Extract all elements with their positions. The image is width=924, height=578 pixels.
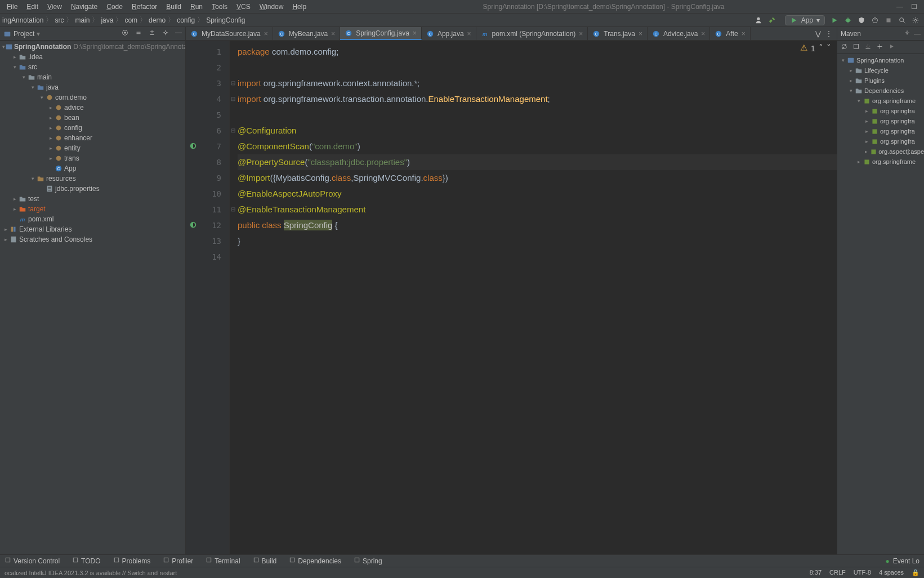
tree-item[interactable]: ▾SpringAnnotation (837, 55, 924, 65)
expand-all-icon[interactable] (135, 29, 142, 38)
tool-version-control[interactable]: Version Control (5, 557, 60, 565)
add-icon[interactable] (876, 43, 883, 52)
run-maven-icon[interactable] (888, 43, 895, 52)
event-log-label[interactable]: Event Lo (893, 557, 919, 565)
tree-item[interactable]: ▸Scratches and Consoles (0, 234, 185, 244)
menu-tools[interactable]: Tools (207, 3, 232, 11)
tree-item[interactable]: ▸org.aspectj:aspe (837, 146, 924, 157)
project-panel-title[interactable]: Project (14, 30, 34, 38)
menu-code[interactable]: Code (102, 3, 127, 11)
hide-panel-icon[interactable]: — (175, 29, 182, 38)
expand-arrow-icon[interactable]: ▸ (863, 108, 870, 114)
indent-setting[interactable]: 4 spaces (879, 569, 904, 576)
line-number[interactable]: 5 (203, 107, 229, 123)
tree-item[interactable]: ▸target (0, 204, 185, 214)
line-number[interactable]: 10 (203, 186, 229, 202)
tab-dropdown-icon[interactable]: ⋁ (815, 30, 821, 38)
tree-item[interactable]: ▸org.springfra (837, 136, 924, 146)
tree-item[interactable]: ▸test (0, 194, 185, 204)
code-line[interactable] (238, 60, 837, 75)
panel-settings-icon[interactable] (162, 29, 169, 38)
fold-icon[interactable]: ⊟ (231, 202, 235, 217)
event-log-icon[interactable]: ● (885, 557, 889, 565)
close-icon[interactable]: × (331, 30, 335, 38)
tree-item[interactable]: ▾main (0, 72, 185, 82)
line-number[interactable]: 8 (203, 154, 229, 170)
breadcrumb-item[interactable]: config (177, 16, 195, 24)
menu-refactor[interactable]: Refactor (127, 3, 162, 11)
chevron-down-icon[interactable]: ▾ (37, 30, 40, 38)
stop-icon[interactable] (885, 16, 892, 24)
statusbar-message[interactable]: ocalized IntelliJ IDEA 2021.3.2 is avail… (5, 570, 810, 576)
profiler-run-icon[interactable] (871, 16, 879, 24)
file-encoding[interactable]: UTF-8 (854, 569, 871, 576)
tab-menu-icon[interactable]: ⋮ (825, 30, 832, 38)
expand-arrow-icon[interactable]: ▸ (2, 226, 9, 232)
line-number[interactable]: 7 (203, 139, 229, 154)
code-line[interactable]: ⊟import org.springframework.transaction.… (238, 91, 837, 107)
tree-item[interactable]: ▸org.springfra (837, 126, 924, 136)
code-line[interactable]: ⊟@Configuration (238, 123, 837, 139)
expand-arrow-icon[interactable]: ▸ (11, 196, 18, 202)
fold-icon[interactable]: ⊟ (231, 75, 235, 91)
tree-item[interactable]: ▾SpringAnnotationD:\Spring\tomcat_demo\S… (0, 42, 185, 52)
run-icon[interactable] (831, 16, 838, 24)
menu-run[interactable]: Run (186, 3, 207, 11)
code-line[interactable]: } (238, 233, 837, 249)
debug-icon[interactable] (844, 16, 852, 24)
code-line[interactable]: @EnableAspectJAutoProxy (238, 186, 837, 202)
tab-trans-java[interactable]: CTrans.java× (588, 27, 648, 40)
tab-afte[interactable]: CAfte× (710, 27, 750, 40)
code-line[interactable]: @ComponentScan("com.demo") (238, 139, 837, 154)
search-icon[interactable] (898, 16, 906, 24)
line-number[interactable]: 12 (203, 217, 229, 233)
expand-arrow-icon[interactable]: ▸ (863, 149, 869, 154)
tree-item[interactable]: ▾com.demo (0, 92, 185, 103)
code-editor[interactable]: ⚠ 1 ˄ ˅ package com.demo.config;⊟import … (230, 41, 837, 554)
menu-navigate[interactable]: Navigate (66, 3, 102, 11)
line-number[interactable]: 1 (203, 44, 229, 60)
expand-arrow-icon[interactable]: ▸ (863, 139, 870, 144)
breadcrumb-item[interactable]: ingAnnotation (2, 16, 43, 24)
expand-arrow-icon[interactable]: ▸ (47, 105, 54, 110)
expand-arrow-icon[interactable]: ▸ (863, 118, 870, 124)
minimize-icon[interactable]: — (896, 3, 903, 11)
tool-todo[interactable]: TODO (72, 557, 100, 565)
code-line[interactable] (238, 249, 837, 265)
line-number[interactable]: 3 (203, 75, 229, 91)
tab-advice-java[interactable]: CAdvice.java× (648, 27, 710, 40)
tree-item[interactable]: ▸org.springframe (837, 157, 924, 167)
panel-settings-icon[interactable] (904, 29, 910, 38)
tool-spring[interactable]: Spring (354, 557, 382, 565)
hide-panel-icon[interactable]: — (910, 30, 921, 38)
tab-mydatasource-java[interactable]: CMyDataSource.java× (186, 27, 273, 40)
tree-item[interactable]: ▸External Libraries (0, 224, 185, 234)
tree-item[interactable]: ▸org.springfra (837, 106, 924, 116)
maven-tree[interactable]: ▾SpringAnnotation▸Lifecycle▸Plugins▾Depe… (837, 54, 924, 554)
line-number[interactable]: 14 (203, 249, 229, 265)
generate-sources-icon[interactable] (852, 43, 860, 52)
line-number[interactable]: 13 (203, 233, 229, 249)
tab-pom-xml-springannotation-[interactable]: mpom.xml (SpringAnnotation)× (476, 27, 588, 40)
tree-item[interactable]: ▸bean (0, 113, 185, 123)
maven-panel-title[interactable]: Maven (841, 30, 904, 38)
line-number[interactable]: 4 (203, 91, 229, 107)
expand-arrow-icon[interactable]: ▸ (47, 145, 54, 151)
breadcrumb-item[interactable]: main (75, 16, 90, 24)
menu-build[interactable]: Build (162, 3, 186, 11)
build-icon[interactable] (768, 16, 776, 24)
menu-vcs[interactable]: VCS (232, 3, 255, 11)
line-number[interactable]: 11 (203, 202, 229, 217)
close-icon[interactable]: × (264, 30, 268, 38)
fold-icon[interactable]: ⊟ (231, 123, 235, 139)
expand-arrow-icon[interactable]: ▸ (11, 54, 18, 60)
expand-arrow-icon[interactable]: ▸ (47, 115, 54, 121)
breadcrumb-item[interactable]: demo (149, 16, 166, 24)
code-line[interactable]: public class SpringConfig { (238, 217, 837, 233)
tree-item[interactable]: ▸Plugins (837, 75, 924, 86)
reload-icon[interactable] (841, 43, 848, 52)
tool-build[interactable]: Build (253, 557, 277, 565)
tab-app-java[interactable]: CApp.java× (422, 27, 476, 40)
project-tree[interactable]: ▾SpringAnnotationD:\Spring\tomcat_demo\S… (0, 41, 185, 554)
expand-arrow-icon[interactable]: ▸ (47, 125, 54, 131)
